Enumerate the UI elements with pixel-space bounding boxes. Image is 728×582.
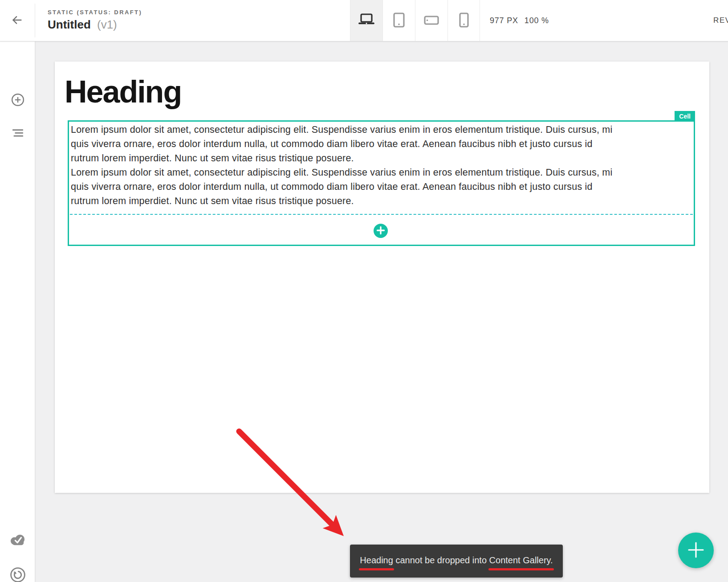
- autosave-status-button: [7, 530, 28, 551]
- cell-badge: Cell: [675, 111, 695, 122]
- document-title: Untitled: [48, 18, 91, 31]
- snackbar-heading-term: Heading: [360, 555, 393, 565]
- cell-text-block[interactable]: Lorem ipsum dolor sit amet, consectetur …: [71, 123, 692, 208]
- document-version: (v1): [97, 18, 117, 31]
- document-info: STATIC (STATUS: DRAFT) Untitled (v1): [48, 9, 142, 32]
- device-tablet-portrait-button[interactable]: [382, 0, 415, 41]
- heading-block[interactable]: Heading: [65, 76, 181, 107]
- add-block-button[interactable]: [7, 90, 28, 111]
- page-canvas: Heading Cell Lorem ipsum dolor sit amet,…: [55, 61, 709, 493]
- laptop-icon: [358, 11, 375, 30]
- snackbar-gallery-term: Content Gallery.: [489, 555, 553, 565]
- paragraph-line: rutrum lorem imperdiet. Nunc ut sem vita…: [71, 151, 692, 165]
- document-title-row: Untitled (v1): [48, 18, 142, 32]
- structure-lines-icon: [10, 125, 26, 142]
- drop-zone-divider: [70, 214, 693, 215]
- paragraph-line: quis viverra ornare, eros dolor interdum…: [71, 137, 692, 151]
- topbar: STATIC (STATUS: DRAFT) Untitled (v1): [0, 0, 728, 41]
- tablet-portrait-icon: [390, 11, 408, 30]
- viewport-zoom-info: 977 PX 100 %: [490, 0, 555, 41]
- back-button[interactable]: [6, 10, 28, 31]
- plus-icon: [678, 532, 714, 569]
- device-desktop-button[interactable]: [350, 0, 382, 41]
- topbar-divider: [35, 4, 35, 37]
- selected-cell[interactable]: Cell Lorem ipsum dolor sit amet, consect…: [68, 120, 695, 246]
- plus-icon: [374, 223, 388, 239]
- add-circle-icon: [9, 91, 26, 110]
- add-content-fab[interactable]: [678, 533, 714, 568]
- paragraph-line: Lorem ipsum dolor sit amet, consectetur …: [71, 123, 692, 137]
- page-builder-app: STATIC (STATUS: DRAFT) Untitled (v1): [0, 0, 728, 582]
- device-phone-button[interactable]: [447, 0, 480, 41]
- review-button[interactable]: REVIEW: [713, 0, 728, 41]
- viewport-width-value: 977 PX: [490, 16, 518, 25]
- phone-portrait-icon: [455, 11, 473, 30]
- undo-icon: [8, 565, 28, 582]
- sidebar: [0, 41, 35, 582]
- structure-button[interactable]: [7, 123, 28, 144]
- cell-add-content-button[interactable]: [374, 224, 388, 238]
- undo-button[interactable]: [7, 565, 28, 582]
- cloud-saved-icon: [8, 533, 27, 549]
- tablet-landscape-icon: [423, 11, 440, 30]
- paragraph-line: Lorem ipsum dolor sit amet, consectetur …: [71, 165, 692, 180]
- device-tablet-landscape-button[interactable]: [415, 0, 447, 41]
- snackbar-message: cannot be dropped into: [393, 555, 489, 565]
- drop-error-snackbar: Heading cannot be dropped into Content G…: [350, 545, 563, 578]
- paragraph-line: rutrum lorem imperdiet. Nunc ut sem vita…: [71, 194, 692, 208]
- arrow-left-icon: [9, 12, 24, 29]
- paragraph-line: quis viverra ornare, eros dolor interdum…: [71, 180, 692, 194]
- document-status-label: STATIC (STATUS: DRAFT): [48, 9, 142, 16]
- device-preview-bar: [350, 0, 480, 41]
- zoom-level-value: 100 %: [525, 16, 549, 25]
